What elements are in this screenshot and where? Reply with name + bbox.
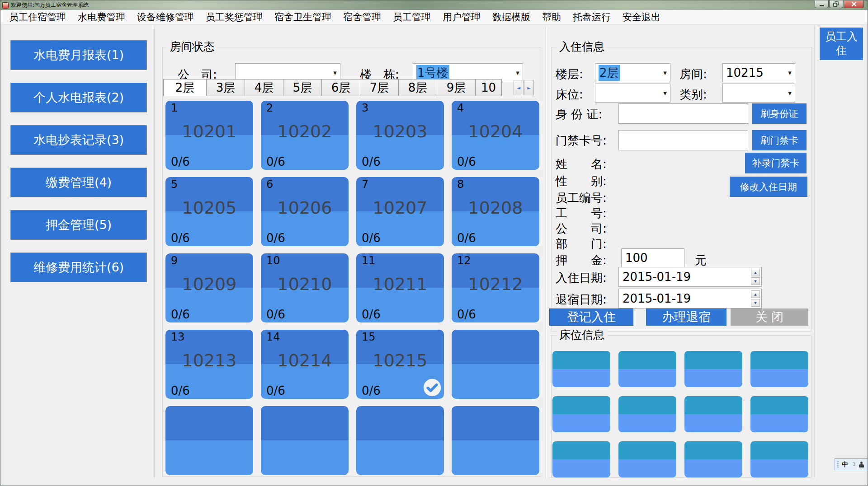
arrow-up-icon: ▲ [754,271,756,275]
deposit-input[interactable]: 100 [621,248,684,267]
date-down-button[interactable]: ▼ [751,277,760,285]
bed-tile[interactable] [684,351,742,387]
room-cell[interactable]: 11102110/6 [356,253,444,322]
bed-tile[interactable] [750,441,808,477]
access-card-input[interactable] [618,130,748,150]
divider-middle [546,27,547,478]
room-cell[interactable]: 12102120/6 [452,253,539,322]
ime-punctuation-icon[interactable]: ☽ [851,462,856,467]
bed-tile[interactable] [618,351,676,387]
room-cell[interactable]: 7102070/6 [356,177,444,246]
floor-tab[interactable]: 4层 [245,79,283,96]
room-number: 10209 [165,274,253,294]
room-cell-empty[interactable] [452,330,539,399]
chevron-down-icon: ▼ [663,70,667,75]
sidebar-button[interactable]: 押金管理(5) [10,210,147,240]
room-occupancy: 0/6 [266,308,285,321]
bed-tile[interactable] [750,396,808,432]
floor-tab[interactable]: 2层 [163,79,207,96]
scan-access-card-button[interactable]: 刷门禁卡 [752,130,807,150]
room-cell[interactable]: 15102150/6 [356,330,444,399]
employee-checkin-button[interactable]: 员工入住 [820,28,863,60]
category-select[interactable]: ▼ [722,84,795,103]
checkout-date-value: 2015-01-19 [623,292,691,305]
room-cell[interactable]: 8102080/6 [452,177,539,246]
room-index: 14 [266,331,280,343]
room-cell[interactable]: 2102020/6 [261,101,349,170]
checkin-date-value: 2015-01-19 [623,270,691,284]
room-index: 2 [266,102,273,114]
room-index: 10 [266,254,280,267]
bed-tile[interactable] [552,396,610,432]
room-occupancy: 0/6 [362,308,381,321]
room-number: 10206 [261,198,349,218]
sidebar-button[interactable]: 个人水电报表(2) [10,83,147,112]
process-checkout-button[interactable]: 办理退宿 [646,308,726,326]
date-down-button[interactable]: ▼ [751,299,760,307]
tab-scroll-left-button[interactable]: ◄ [514,80,524,95]
scan-id-button[interactable]: 刷身份证 [752,103,807,124]
room-label: 房间: [679,66,707,82]
room-number: 10208 [452,198,539,218]
room-cell[interactable]: 5102050/6 [165,177,253,246]
room-occupancy: 0/6 [457,231,476,245]
sidebar-button[interactable]: 缴费管理(4) [10,168,147,197]
room-select[interactable]: 10215 ▼ [722,63,795,82]
floor-tab[interactable]: 9层 [437,79,476,96]
room-occupancy: 0/6 [362,231,381,245]
floor-tab[interactable]: 3层 [207,79,245,96]
floor-select[interactable]: 2层 ▼ [595,63,670,82]
modify-checkin-date-button[interactable]: 修改入住日期 [730,177,807,197]
chevron-down-icon: ▼ [788,91,792,96]
floor-tab[interactable]: 5层 [283,79,322,96]
room-cell[interactable]: 9102090/6 [165,253,253,322]
chevron-down-icon: ▼ [516,70,519,75]
sidebar-button[interactable]: 水电费月报表(1) [10,40,147,70]
sidebar-button[interactable]: 维修费用统计(6) [10,252,147,282]
checkin-date-input[interactable]: 2015-01-19 ▲ ▼ [618,267,762,287]
checkout-date-label: 退宿日期: [556,292,607,308]
gender-label: 性 别: [556,173,607,189]
makeup-access-card-button[interactable]: 补录门禁卡 [745,153,807,173]
ime-chinese-mode[interactable]: 中 [842,461,848,467]
register-checkin-button[interactable]: 登记入住 [549,308,633,326]
bed-tile[interactable] [618,441,676,477]
bed-tile[interactable] [618,396,676,432]
close-panel-button[interactable]: 关 闭 [731,308,808,326]
ime-softkeyboard-icon[interactable] [859,462,864,467]
tab-scroll-right-button[interactable]: ► [524,80,534,95]
date-up-button[interactable]: ▲ [751,290,760,298]
divider-left [154,27,155,478]
room-cell[interactable]: 13102130/6 [165,330,253,399]
checkout-date-input[interactable]: 2015-01-19 ▲ ▼ [618,289,762,308]
room-cell[interactable]: 4102040/6 [452,101,539,170]
room-cell[interactable]: 1102010/6 [165,101,253,170]
room-cell[interactable]: 3102030/6 [356,101,444,170]
room-cell-empty[interactable] [261,406,349,475]
room-cell-empty[interactable] [165,406,253,475]
bed-tile[interactable] [684,396,742,432]
bed-tile[interactable] [684,441,742,477]
room-occupancy: 0/6 [171,384,190,397]
floor-tab[interactable]: 8层 [399,79,437,96]
bed-tile[interactable] [552,441,610,477]
date-up-button[interactable]: ▲ [751,269,760,276]
room-cell[interactable]: 10102100/6 [261,253,349,322]
bed-tile[interactable] [750,351,808,387]
floor-tab[interactable]: 10 [476,79,502,96]
bed-tile[interactable] [552,351,610,387]
ime-grip-icon[interactable] [837,461,839,468]
sidebar-button[interactable]: 水电抄表记录(3) [10,125,147,155]
room-cell-empty[interactable] [452,406,539,475]
floor-tab[interactable]: 7层 [360,79,399,96]
id-card-input[interactable] [618,103,748,124]
room-cell[interactable]: 6102060/6 [261,177,349,246]
chevron-down-icon: ▼ [788,70,792,75]
room-index: 12 [457,254,471,267]
room-grid: 1102010/62102020/63102030/64102040/65102… [165,101,539,475]
floor-tab[interactable]: 6层 [322,79,360,96]
room-cell-empty[interactable] [356,406,444,475]
room-cell[interactable]: 14102140/6 [261,330,349,399]
bed-select[interactable]: ▼ [595,84,670,103]
company-name-label: 公 司: [556,221,607,237]
